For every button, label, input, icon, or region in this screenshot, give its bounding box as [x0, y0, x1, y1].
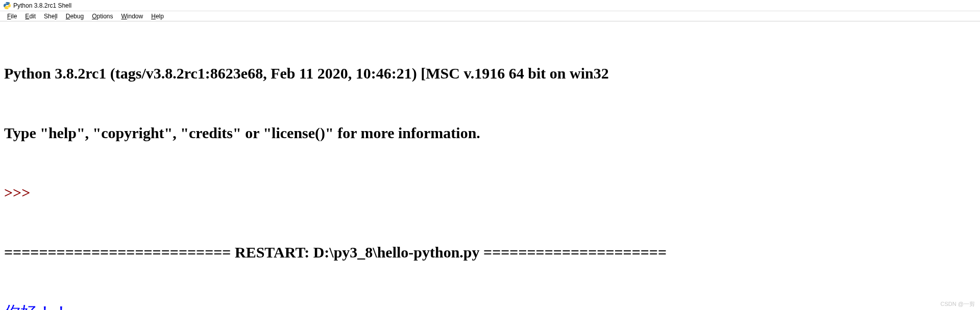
banner-line-1: Python 3.8.2rc1 (tags/v3.8.2rc1:8623e68,… [4, 63, 976, 83]
menu-options[interactable]: Options [88, 12, 117, 21]
menu-shell[interactable]: Shell [40, 12, 62, 21]
banner-line-2: Type "help", "copyright", "credits" or "… [4, 123, 976, 143]
menu-debug[interactable]: Debug [62, 12, 88, 21]
menu-help[interactable]: Help [147, 12, 168, 21]
python-icon [3, 2, 11, 10]
menu-edit[interactable]: Edit [21, 12, 40, 21]
menu-window[interactable]: Window [117, 12, 148, 21]
restart-banner: ========================== RESTART: D:\p… [4, 242, 976, 262]
shell-output-area[interactable]: Python 3.8.2rc1 (tags/v3.8.2rc1:8623e68,… [0, 21, 980, 310]
stdout-line-1: 你好！！ [4, 302, 976, 310]
window-title: Python 3.8.2rc1 Shell [13, 2, 71, 9]
watermark: CSDN @一剪 [941, 300, 975, 308]
menu-file[interactable]: File [3, 12, 21, 21]
prompt-1: >>> [4, 183, 976, 202]
menubar: File Edit Shell Debug Options Window Hel… [0, 11, 980, 21]
titlebar: Python 3.8.2rc1 Shell [0, 0, 980, 11]
